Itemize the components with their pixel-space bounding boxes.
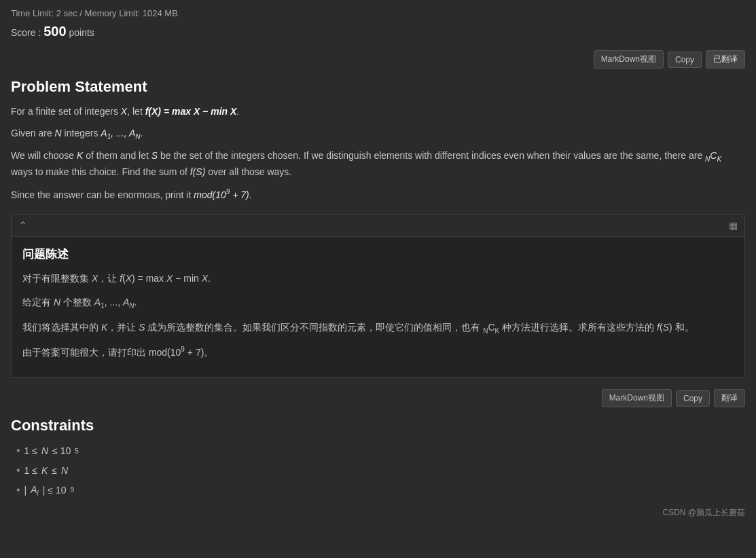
para1-prefix: For a finite set of integers [11, 106, 121, 117]
constraints-list: 1 ≤ N ≤ 105 1 ≤ K ≤ N |Ai| ≤ 109 [11, 441, 745, 500]
para2-prefix: Given are [11, 128, 55, 138]
para2-seq: A1, ..., AN [101, 128, 140, 138]
para3-rest: be the set of the integers chosen. If we… [158, 150, 705, 161]
para3-K: K [77, 150, 83, 161]
footer-row: CSDN @脑瓜上长蘑菇 [11, 503, 745, 519]
meta-info: Time Limit: 2 sec / Memory Limit: 1024 M… [11, 8, 745, 18]
trans-section-title: 问题陈述 [22, 246, 734, 262]
top-toolbar: MarkDown视图 Copy 已翻译 [11, 50, 745, 69]
markdown-view-btn-top[interactable]: MarkDown视图 [594, 50, 664, 69]
score-unit: points [67, 27, 94, 38]
para2-mid: integers [62, 128, 101, 138]
para2-suffix: . [141, 128, 143, 138]
constraints-section: Constraints 1 ≤ N ≤ 105 1 ≤ K ≤ N |Ai| ≤… [11, 417, 745, 500]
trans-para4: 由于答案可能很大，请打印出 mod(109 + 7)。 [22, 343, 734, 361]
copy-btn-bottom[interactable]: Copy [676, 390, 710, 407]
trans-para2: 给定有 N 个整数 A1, ..., AN. [22, 294, 734, 312]
para4-dot: . [249, 189, 252, 200]
copy-icon-translation[interactable]: ▦ [729, 220, 738, 231]
para3-S: S [151, 150, 158, 161]
translation-content: 问题陈述 对于有限整数集 X，让 f(X) = max X − min X. 给… [12, 237, 744, 378]
constraints-title: Constraints [11, 417, 745, 434]
translation-box: ⌃ ▦ 问题陈述 对于有限整数集 X，让 f(X) = max X − min … [11, 215, 745, 379]
collapse-icon[interactable]: ⌃ [18, 219, 27, 232]
para2-N: N [55, 128, 62, 138]
para3-mid: of them and let [83, 150, 151, 161]
copy-btn-top[interactable]: Copy [668, 52, 702, 68]
para4-prefix: Since the answer can be enormous, print … [11, 189, 194, 200]
translated-btn-top[interactable]: 已翻译 [706, 50, 745, 69]
score-label: Score : [11, 27, 43, 38]
translation-header: ⌃ ▦ [12, 215, 744, 237]
csdn-credit: CSDN @脑瓜上长蘑菇 [662, 507, 745, 519]
para1-formula: f(X) = max X − min X [145, 106, 237, 117]
score-value: 500 [43, 24, 66, 39]
problem-para3: We will choose K of them and let S be th… [11, 148, 745, 181]
problem-para1: For a finite set of integers X, let f(X)… [11, 104, 745, 120]
problem-para2: Given are N integers A1, ..., AN. [11, 126, 745, 143]
trans-para3: 我们将选择其中的 K，并让 S 成为所选整数的集合。如果我们区分不同指数的元素，… [22, 319, 734, 337]
para1-mid: , let [127, 106, 145, 117]
para3-nck: NCK [705, 150, 721, 161]
translate-btn-bottom[interactable]: 翻译 [714, 389, 745, 407]
para3-fS: f(S) [190, 166, 206, 177]
para3-final: over all those ways. [205, 166, 291, 177]
para1-suffix: . [236, 106, 239, 117]
constraint-item-1: 1 ≤ N ≤ 105 [16, 441, 745, 461]
trans-para1: 对于有限整数集 X，让 f(X) = max X − min X. [22, 270, 734, 287]
constraint-item-3: |Ai| ≤ 109 [16, 481, 745, 500]
score-line: Score : 500 points [11, 24, 745, 39]
constraint-item-2: 1 ≤ K ≤ N [16, 461, 745, 481]
problem-para4: Since the answer can be enormous, print … [11, 186, 745, 203]
problem-title: Problem Statement [11, 78, 745, 96]
para3-end: ways to make this choice. Find the sum o… [11, 166, 190, 177]
bottom-toolbar: MarkDown视图 Copy 翻译 [11, 389, 745, 407]
para3-prefix: We will choose [11, 150, 77, 161]
para1-X: X [121, 106, 127, 117]
para4-mod: mod(109 + 7) [194, 189, 249, 200]
markdown-view-btn-bottom[interactable]: MarkDown视图 [602, 389, 672, 407]
